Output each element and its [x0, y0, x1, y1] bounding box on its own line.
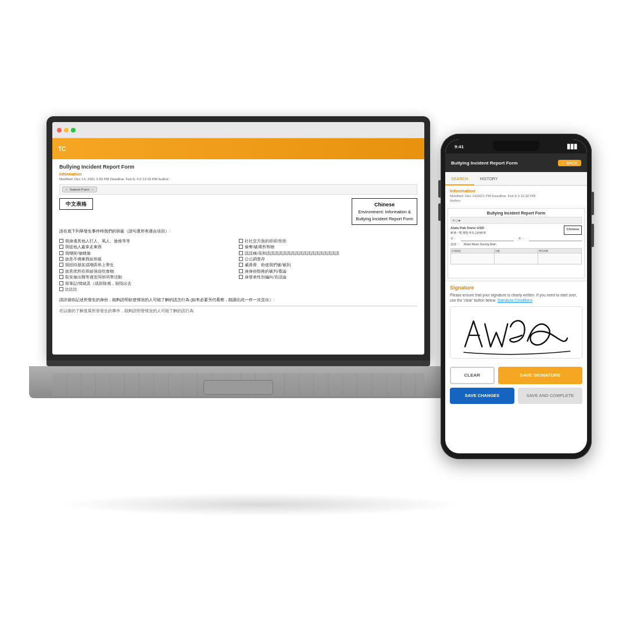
- pf-toolbar: ⚙ ❏ ▶: [450, 217, 582, 224]
- save-complete-button[interactable]: SAVE AND COMPLETE: [518, 388, 582, 404]
- signature-canvas[interactable]: [450, 306, 582, 359]
- pf-cell3: [538, 253, 581, 265]
- pf-cell2: [495, 253, 538, 265]
- pf-student-label: 学：: [450, 237, 456, 241]
- checkbox-label: 偷奪/破壞所有物: [245, 244, 274, 250]
- phone-info-line2: Author:: [450, 198, 582, 203]
- checkbox[interactable]: [59, 257, 63, 261]
- volume-down-button: [438, 203, 441, 221]
- checkbox-col2: 社社交方面的排排/拒拒 偷奪/破壞所有物 謊謊稱/花和謊謊謊謊謊謊謊謊謊謊謊謊謊…: [239, 238, 417, 293]
- device-shadow: [58, 493, 465, 516]
- browser-dot-green: [71, 128, 76, 133]
- phone-form-preview: Bullying Incident Report Form ⚙ ❏ ▶ Alal…: [445, 206, 587, 281]
- pf-row-teacher: 老师： Moke Mean Dario/g Main: [450, 242, 582, 247]
- tab-search[interactable]: SEARCH: [445, 173, 474, 185]
- checkbox[interactable]: [239, 263, 243, 267]
- pf-col3: 學生回應: [538, 249, 581, 253]
- laptop-info-label: Information: [59, 172, 417, 176]
- checkbox-label: 我身邊其他人打人、罵人、搶推等等: [65, 238, 130, 244]
- status-icons: ▊▊▊: [567, 144, 578, 149]
- footer-text: 在以後的了解進展所形發生的事件，能夠説明發情況的人可能了解的謊行為: [59, 306, 417, 314]
- checkbox[interactable]: [239, 245, 243, 249]
- back-button[interactable]: ← BACK: [558, 160, 581, 166]
- pf-col1: 行為描述: [451, 249, 495, 253]
- laptop-submit-btn[interactable]: ← Submit Form →: [62, 187, 97, 192]
- pf-title: Bullying Incident Report Form: [450, 211, 582, 215]
- signature-instruction: 請詳描你記述所發生的身份，能夠説明欲使情況的人可能了解的謊怎行為 (如有必要另代…: [59, 297, 417, 303]
- checkbox-label: 謊謊稱/花和謊謊謊謊謊謊謊謊謊謊謊謊謊謊謊謊謊謊: [245, 251, 339, 256]
- list-item: 社社交方面的排排/拒拒: [239, 238, 417, 244]
- phone-info-title: Information: [450, 188, 582, 194]
- checkbox[interactable]: [59, 239, 63, 243]
- laptop-orange-bar: TC: [52, 138, 424, 159]
- checkbox[interactable]: [59, 281, 63, 285]
- form-header-subtitle: Environment: Information &: [356, 209, 413, 216]
- list-item: 身發表性別偏向/言語論: [239, 274, 417, 280]
- pf-col2: 次數: [495, 249, 538, 253]
- clear-button[interactable]: CLEAR: [450, 367, 495, 384]
- tab-history[interactable]: HISTORY: [474, 172, 504, 185]
- checkbox[interactable]: [239, 239, 243, 243]
- checkbox[interactable]: [59, 245, 63, 249]
- list-item: 故意不傳東西給班級: [59, 256, 238, 262]
- signature-svg: [450, 307, 582, 358]
- form-header-title: Chinese: [356, 201, 413, 209]
- form-header-box: Chinese Environment: Information & Bully…: [352, 198, 417, 225]
- scene: TC Bullying Incident Report Form Informa…: [0, 0, 644, 644]
- checkbox[interactable]: [59, 269, 63, 273]
- status-time: 9:41: [455, 144, 464, 149]
- phone-signature-section: Signature Please ensure that your signat…: [445, 281, 587, 367]
- pf-form-header-row: Alala Pak Dario USD 标准一覧 报告书主义的标准 Chines…: [450, 226, 582, 235]
- checkbox-label: 比比比: [65, 287, 77, 292]
- browser-dot-yellow: [64, 128, 69, 133]
- phone-app-header: Bullying Incident Report Form ← BACK: [445, 153, 587, 172]
- laptop-info-text: Modified: Dec 14, 2021 3:50 PM Deadline:…: [59, 177, 417, 181]
- sig-conditions-link[interactable]: Signature Conditions: [498, 298, 532, 302]
- checkbox[interactable]: [59, 287, 63, 291]
- form-chinese-title: 中文表格: [59, 198, 93, 210]
- phone-form-inner: Bullying Incident Report Form ⚙ ❏ ▶ Alal…: [448, 208, 585, 278]
- pf-form-content: Alala Pak Dario USD 标准一覧 报告书主义的标准 Chines…: [450, 226, 582, 265]
- checkbox-label: 威脅脅、助使我們被/被到: [245, 262, 291, 268]
- pf-school-name: Alala Pak Dario USD 标准一覧 报告书主义的标准: [450, 226, 486, 235]
- checkbox-grid: 我身邊其他人打人、罵人、搶推等等 我從他人處拿走東西 我嘲笑/做瞇臉 故意不傳東…: [59, 238, 417, 293]
- phone-tabs: SEARCH HISTORY: [445, 172, 587, 186]
- laptop-browser-bar: [52, 122, 424, 138]
- list-item: 我嘲笑/做瞇臉: [59, 251, 238, 256]
- list-item: 我身邊其他人打人、罵人、搶推等等: [59, 238, 238, 244]
- checkbox-label: 公公調查存: [245, 256, 265, 262]
- pf-cell1: [451, 253, 495, 265]
- list-item: 公公調查存: [239, 256, 417, 262]
- phone-body: 9:41 ▊▊▊ Bullying Incident Report Form ←…: [441, 134, 592, 459]
- checkbox[interactable]: [239, 257, 243, 261]
- save-changes-button[interactable]: SAVE CHANGES: [450, 388, 514, 404]
- volume-up-button: [438, 180, 441, 198]
- list-item: 身身份類推的被判/看論: [239, 269, 417, 274]
- pf-form-header: Alala Pak Dario USD: [450, 226, 486, 231]
- laptop-screen-outer: TC Bullying Incident Report Form Informa…: [46, 116, 430, 360]
- list-item: 比比比: [59, 287, 238, 292]
- pf-date-label: 年：: [518, 237, 524, 241]
- laptop-trackpad: [203, 380, 273, 395]
- pf-toolbar-items: ⚙ ❏ ▶: [452, 219, 461, 222]
- list-item: 威脅脅、助使我們被/被到: [239, 262, 417, 268]
- pf-form-subheader: 标准一覧 报告书主义的标准: [450, 231, 486, 235]
- pf-table-body: [451, 253, 581, 265]
- power-button-2: [592, 224, 594, 247]
- checkbox[interactable]: [59, 275, 63, 279]
- save-signature-button[interactable]: SAVE SIGNATURE: [498, 367, 582, 384]
- pf-table: 行為描述 次數 學生回應: [450, 248, 582, 264]
- checkbox[interactable]: [59, 251, 63, 255]
- laptop-base: [29, 360, 448, 418]
- browser-dot-red: [57, 128, 62, 133]
- checkbox[interactable]: [239, 251, 243, 255]
- phone: 9:41 ▊▊▊ Bullying Incident Report Form ←…: [441, 134, 592, 459]
- checkbox[interactable]: [59, 263, 63, 267]
- checkbox-label: 身發表性別偏向/言語論: [245, 274, 287, 280]
- checkbox[interactable]: [239, 275, 243, 279]
- phone-info-line1: Modified: Dec 14/2021 PM Deadline: Feb 6…: [450, 194, 582, 198]
- list-item: 我招待朋友或嘲弄班上學生: [59, 262, 238, 268]
- checkbox[interactable]: [239, 269, 243, 273]
- laptop-form-title: Bullying Incident Report Form: [59, 164, 417, 170]
- phone-notch: [493, 141, 539, 151]
